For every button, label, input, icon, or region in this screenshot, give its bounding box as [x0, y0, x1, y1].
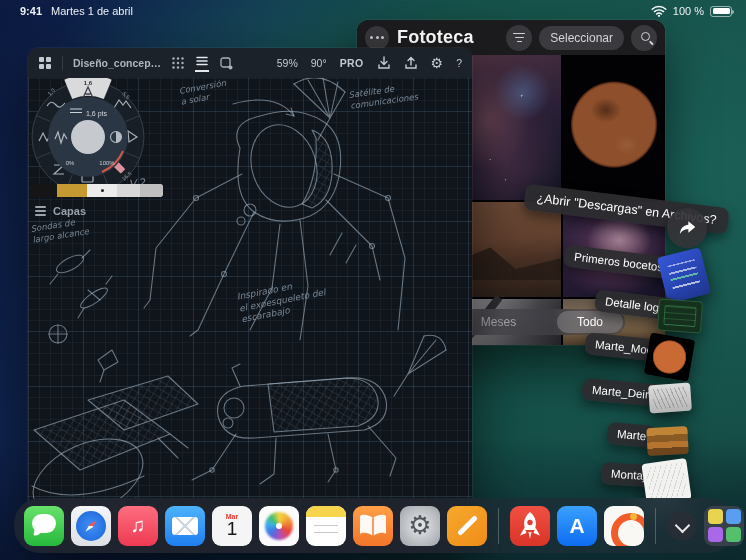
- export-icon[interactable]: [404, 56, 418, 70]
- app-library-tile: [708, 527, 723, 542]
- layers-label: Capas: [53, 205, 86, 217]
- dock-divider: [655, 508, 656, 544]
- dock-divider: [498, 508, 499, 544]
- tab-all[interactable]: Todo: [557, 311, 623, 333]
- sketch-toolbar: Diseño_concep… 59% 90° PRO: [28, 48, 472, 78]
- crouched-robot-sketch: [192, 335, 446, 484]
- wallpaper: 9:41 Martes 1 de abril 100 % Fototeca Se…: [0, 0, 746, 560]
- pen-tool-app-icon[interactable]: [447, 506, 487, 546]
- document-title[interactable]: Diseño_concep…: [73, 57, 161, 69]
- drag-thumb-gray-sketch[interactable]: [648, 383, 692, 414]
- zoom-level[interactable]: 59%: [277, 57, 298, 69]
- swatch-gold[interactable]: [57, 184, 87, 197]
- sketch-app-window: Diseño_concep… 59% 90° PRO: [28, 48, 472, 552]
- app-library-tile: [708, 509, 723, 524]
- swatch-black[interactable]: [31, 184, 57, 197]
- filter-button[interactable]: [506, 25, 532, 51]
- rocket-app-icon[interactable]: [510, 506, 550, 546]
- stroke-size-value: 1,6 pts: [86, 110, 108, 118]
- calendar-day: 1: [227, 519, 238, 538]
- layers-toggle-active[interactable]: [195, 54, 209, 72]
- drag-thumb-mars-strips[interactable]: [646, 426, 688, 456]
- battery-icon: [710, 6, 732, 17]
- select-button[interactable]: Seleccionar: [539, 26, 624, 50]
- swatch-light-gray[interactable]: [117, 184, 140, 197]
- color-swatch-bar[interactable]: [31, 184, 163, 197]
- app-store-icon[interactable]: A: [557, 506, 597, 546]
- share-forward-icon: [676, 217, 698, 239]
- search-icon: [641, 32, 650, 41]
- notes-app-icon[interactable]: [306, 506, 346, 546]
- layers-panel-toggle[interactable]: Capas: [35, 205, 86, 217]
- share-button[interactable]: [667, 208, 707, 248]
- window-menu-button[interactable]: [365, 26, 389, 50]
- safari-app-icon[interactable]: [71, 506, 111, 546]
- wifi-icon: [651, 5, 667, 17]
- toolbar-divider: [62, 56, 63, 70]
- drag-thumb-blue-logo-sheet[interactable]: [657, 247, 711, 303]
- photos-app-icon[interactable]: [259, 506, 299, 546]
- dock: ♫ Mar 1 ⚙ A: [14, 498, 735, 553]
- concepts-app-icon[interactable]: [604, 506, 644, 546]
- app-library-icon[interactable]: [704, 506, 744, 546]
- pro-badge[interactable]: PRO: [340, 57, 364, 69]
- app-library-tile: [726, 509, 741, 524]
- drawing-canvas[interactable]: Conversión a solar Satélite de comunicac…: [28, 78, 472, 552]
- calendar-app-icon[interactable]: Mar 1: [212, 506, 252, 546]
- filter-lines-icon: [513, 33, 525, 43]
- layers-icon: [35, 206, 46, 216]
- selected-size-label: 1,6: [84, 80, 93, 86]
- gallery-icon[interactable]: [38, 56, 52, 70]
- grid-dots-icon[interactable]: [171, 56, 185, 70]
- canvas-rotation[interactable]: 90°: [311, 57, 327, 69]
- help-button[interactable]: ?: [456, 57, 462, 69]
- battery-percent: 100 %: [673, 5, 704, 17]
- import-icon[interactable]: [377, 56, 391, 70]
- wheel-center-button[interactable]: [71, 120, 105, 154]
- opacity-max-label: 100%: [99, 160, 115, 166]
- app-library-tile: [726, 527, 741, 542]
- open-book-icon: [353, 506, 393, 546]
- status-date: Martes 1 de abril: [51, 5, 133, 17]
- dock-collapse-button[interactable]: [667, 511, 697, 541]
- tool-wheel[interactable]: 1,6 1,0 5,5 6,0 16,5 1,6 pts: [28, 78, 150, 199]
- settings-gear-icon[interactable]: ⚙: [431, 56, 444, 70]
- messages-app-icon[interactable]: [24, 506, 64, 546]
- layers-lines-icon: [195, 54, 209, 68]
- status-bar: 9:41 Martes 1 de abril 100 %: [0, 0, 746, 22]
- clock: 9:41: [20, 5, 42, 17]
- drag-thumb-mars-photo[interactable]: [644, 332, 696, 381]
- probe-doodles: [49, 250, 118, 382]
- swatch-gray[interactable]: [140, 184, 163, 197]
- music-app-icon[interactable]: ♫: [118, 506, 158, 546]
- mail-app-icon[interactable]: [165, 506, 205, 546]
- drag-thumb-green-sketch[interactable]: [657, 299, 703, 334]
- swatch-white-selected[interactable]: [87, 184, 117, 197]
- lasso-select-icon[interactable]: [219, 56, 233, 70]
- books-app-icon[interactable]: [353, 506, 393, 546]
- photos-app-title: Fototeca: [397, 27, 474, 48]
- opacity-min-label: 0%: [66, 160, 75, 166]
- search-button[interactable]: [631, 25, 657, 51]
- annotation-arrow: [233, 100, 294, 116]
- settings-app-icon[interactable]: ⚙: [400, 506, 440, 546]
- rocket-icon: [510, 506, 550, 546]
- ellipsis-icon: [370, 36, 384, 39]
